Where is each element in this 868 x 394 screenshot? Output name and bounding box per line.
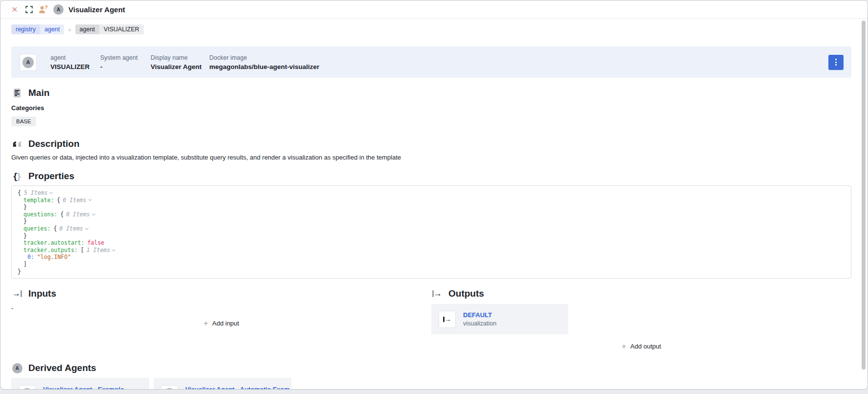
close-icon: × bbox=[12, 4, 18, 14]
close-button[interactable]: × bbox=[9, 4, 20, 15]
section-derived-header: A Derived Agents bbox=[11, 363, 851, 373]
chevron-down-icon[interactable] bbox=[92, 212, 95, 215]
category-tag-base: BASE bbox=[11, 116, 36, 126]
add-output-label: Add output bbox=[630, 343, 661, 350]
plus-icon: + bbox=[622, 343, 626, 349]
section-title-derived-agents: Derived Agents bbox=[28, 363, 96, 373]
section-title-inputs: Inputs bbox=[28, 288, 56, 299]
field-display-name: Display name Visualizer Agent bbox=[151, 54, 209, 70]
derived-agents-icon: A bbox=[11, 363, 23, 373]
section-properties-header: {} Properties bbox=[11, 171, 851, 182]
breadcrumb-agent-pill[interactable]: agent VISUALIZER bbox=[75, 24, 144, 34]
inputs-icon: → bbox=[11, 290, 23, 297]
inputs-empty-value: - bbox=[11, 304, 431, 312]
field-label: System agent bbox=[100, 54, 151, 61]
expand-icon bbox=[25, 6, 33, 13]
json-line: { 5 Items bbox=[18, 189, 845, 197]
output-icon: → bbox=[443, 315, 451, 323]
field-agent: agent VISUALIZER bbox=[50, 54, 100, 70]
chevron-down-icon[interactable] bbox=[112, 248, 115, 251]
derived-agents-list: A Visualizer Agent - Example Example Vis… bbox=[11, 378, 851, 390]
outputs-icon: → bbox=[431, 290, 443, 297]
derived-agent-tile: A bbox=[19, 386, 35, 390]
section-description-header: Description bbox=[11, 139, 851, 149]
agent-avatar: A bbox=[53, 4, 64, 15]
field-docker-image: Docker image megagonlabs/blue-agent-visu… bbox=[209, 54, 319, 70]
categories-label: Categories bbox=[11, 104, 851, 112]
derived-agent-card[interactable]: A Visualizer Agent - Example Example Vis… bbox=[11, 378, 149, 390]
section-title-properties: Properties bbox=[28, 171, 74, 182]
json-line: questions: { 0 Items bbox=[18, 211, 845, 218]
section-outputs-header: → Outputs bbox=[431, 288, 851, 299]
json-line: 0: "log.INFO" bbox=[18, 254, 845, 261]
json-line: } bbox=[18, 204, 845, 211]
expand-button[interactable] bbox=[23, 4, 34, 15]
add-input-button[interactable]: + Add input bbox=[203, 320, 239, 327]
chevron-down-icon[interactable] bbox=[49, 190, 53, 194]
chevron-down-icon[interactable] bbox=[89, 198, 92, 201]
field-value: VISUALIZER bbox=[50, 63, 100, 70]
json-line: queries: { 0 Items bbox=[18, 225, 845, 232]
derived-agent-title-link[interactable]: Visualizer Agent - Example bbox=[43, 386, 149, 390]
list-icon bbox=[11, 89, 23, 97]
add-input-label: Add input bbox=[212, 320, 239, 327]
breadcrumb-registry-type: agent bbox=[40, 24, 64, 34]
field-label: Display name bbox=[151, 54, 209, 61]
field-value: - bbox=[100, 63, 151, 70]
user-help-icon: ? bbox=[39, 5, 48, 14]
inputs-column: → Inputs - + Add input bbox=[11, 278, 431, 350]
breadcrumb-agent-name: VISUALIZER bbox=[99, 24, 144, 34]
json-line: template: { 0 Items bbox=[18, 197, 845, 204]
kebab-icon bbox=[835, 64, 837, 66]
derived-agent-title-link[interactable]: Visualizer Agent - Automatic Exam... bbox=[185, 386, 295, 390]
agent-avatar-tile: A bbox=[20, 54, 36, 70]
json-line: tracker.autostart: false bbox=[18, 239, 845, 247]
output-tile: → bbox=[439, 311, 455, 327]
add-output-button[interactable]: + Add output bbox=[622, 343, 661, 350]
breadcrumb-agent-type: agent bbox=[75, 24, 99, 34]
json-line: tracker.outputs: [ 1 Items bbox=[18, 247, 845, 254]
vertical-scrollbar bbox=[861, 20, 866, 386]
chevron-down-icon[interactable] bbox=[85, 226, 89, 230]
output-description: visualization bbox=[463, 320, 496, 327]
section-title-main: Main bbox=[28, 88, 49, 98]
breadcrumb: registry agent › agent VISUALIZER bbox=[11, 24, 851, 35]
section-main-header: Main bbox=[11, 88, 851, 98]
json-line: } bbox=[18, 268, 845, 276]
topbar: × ? A Visualizer Agent bbox=[0, 0, 868, 19]
derived-agent-card[interactable]: A Visualizer Agent - Automatic Exam... E… bbox=[154, 378, 291, 390]
agent-actions-menu-button[interactable] bbox=[828, 55, 844, 70]
kebab-icon bbox=[835, 59, 837, 60]
quote-icon bbox=[11, 140, 23, 148]
kebab-icon bbox=[835, 62, 837, 63]
output-name-link[interactable]: DEFAULT bbox=[463, 311, 496, 319]
json-line: ] bbox=[18, 261, 845, 268]
field-label: agent bbox=[50, 54, 100, 61]
user-help-button[interactable]: ? bbox=[38, 4, 48, 15]
svg-text:?: ? bbox=[45, 5, 47, 10]
json-line: } bbox=[18, 232, 845, 240]
agent-avatar-icon: A bbox=[164, 388, 175, 390]
field-value: megagonlabs/blue-agent-visualizer bbox=[209, 63, 319, 70]
agent-avatar-icon: A bbox=[22, 57, 34, 68]
chevron-right-icon: › bbox=[68, 26, 70, 33]
agent-info-banner: A agent VISUALIZER System agent - Displa… bbox=[11, 46, 851, 78]
output-item-default[interactable]: → DEFAULT visualization bbox=[431, 304, 568, 334]
field-label: Docker image bbox=[209, 54, 319, 61]
description-text: Given queries or data, injected into a v… bbox=[11, 154, 851, 161]
section-title-outputs: Outputs bbox=[448, 288, 484, 299]
field-value: Visualizer Agent bbox=[151, 63, 209, 70]
breadcrumb-registry-name: registry bbox=[11, 24, 40, 34]
plus-icon: + bbox=[203, 320, 208, 326]
agent-avatar-icon: A bbox=[22, 388, 33, 390]
agent-detail-window: × ? A Visualizer Agent registry agen bbox=[0, 0, 868, 390]
section-inputs-header: → Inputs bbox=[11, 288, 431, 299]
scrollbar-thumb[interactable] bbox=[862, 21, 866, 370]
field-system-agent: System agent - bbox=[100, 54, 151, 70]
outputs-column: → Outputs → DEFAULT visualization bbox=[431, 278, 851, 350]
json-line: } bbox=[18, 218, 845, 225]
derived-agent-tile: A bbox=[161, 386, 178, 390]
section-title-description: Description bbox=[28, 139, 80, 149]
window-title: Visualizer Agent bbox=[68, 5, 125, 14]
breadcrumb-registry-pill[interactable]: registry agent bbox=[11, 24, 64, 34]
